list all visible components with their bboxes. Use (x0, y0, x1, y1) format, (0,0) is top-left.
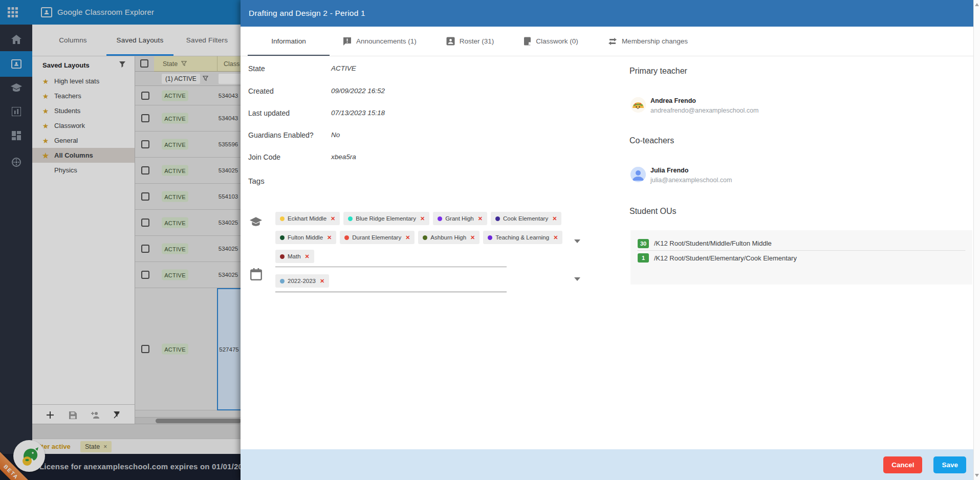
tag-chip: Teaching & Learning ✕ (483, 231, 562, 244)
tag-color-dot (344, 235, 349, 240)
remove-tag-icon[interactable]: ✕ (305, 253, 310, 260)
student-ous-heading: Student OUs (629, 207, 677, 216)
ou-path: /K12 Root/Student/Middle/Fulton Middle (654, 239, 772, 247)
person-icon (446, 37, 455, 46)
student-ou-row: 1 /K12 Root/Student/Elementary/Cook Elem… (638, 251, 965, 265)
announcement-icon (343, 37, 352, 46)
year-tags-icon (250, 268, 262, 280)
school-tags-row-2: Fulton Middle ✕ Durant Elementary ✕ Ashb… (275, 231, 562, 244)
tag-chip: Cook Elementary ✕ (491, 212, 561, 225)
tab-roster[interactable]: Roster (31) (446, 27, 494, 56)
field-value: ACTIVE (331, 64, 356, 72)
tag-chip: Blue Ridge Elementary ✕ (343, 212, 429, 225)
ou-count-badge: 1 (638, 253, 649, 263)
year-tags-row: 2022-2023 ✕ (275, 274, 329, 288)
tag-color-dot (495, 216, 500, 221)
year-tags-dropdown-icon[interactable] (574, 277, 580, 281)
remove-tag-icon[interactable]: ✕ (327, 234, 332, 241)
remove-tag-icon[interactable]: ✕ (405, 234, 410, 241)
scroll-up-icon[interactable] (975, 3, 979, 6)
tag-chip: Durant Elementary ✕ (340, 231, 415, 244)
drawer-header: Drafting and Design 2 - Period 1 (241, 0, 973, 27)
co-teacher-email: julia@anexampleschool.com (650, 177, 732, 184)
tag-color-dot (280, 254, 285, 259)
tab-announcements[interactable]: Announcements (1) (343, 27, 417, 56)
tab-classwork[interactable]: Classwork (0) (524, 27, 578, 56)
field-value: xbea5ra (331, 153, 356, 161)
primary-teacher-avatar (630, 97, 646, 113)
tab-membership-changes[interactable]: Membership changes (608, 27, 688, 56)
classwork-icon (524, 37, 531, 46)
primary-teacher-email: andreafrendo@anexampleschool.com (650, 107, 758, 114)
remove-tag-icon[interactable]: ✕ (470, 234, 475, 241)
field-label: Join Code (248, 153, 280, 161)
tab-information[interactable]: Information (248, 27, 330, 56)
field-value: No (331, 131, 340, 139)
tag-color-dot (423, 235, 427, 240)
co-teacher-name: Julia Frendo (650, 167, 688, 174)
co-teacher-avatar (630, 167, 646, 182)
primary-teacher-heading: Primary teacher (629, 67, 687, 76)
remove-tag-icon[interactable]: ✕ (420, 215, 425, 222)
cancel-button[interactable]: Cancel (883, 456, 922, 473)
ou-count-badge: 30 (638, 239, 649, 248)
field-value: 09/09/2022 16:52 (331, 87, 385, 95)
remove-tag-icon[interactable]: ✕ (552, 215, 557, 222)
field-label: Created (248, 87, 274, 95)
tag-color-dot (280, 235, 285, 240)
remove-tag-icon[interactable]: ✕ (478, 215, 483, 222)
student-ous-panel: 30 /K12 Root/Student/Middle/Fulton Middl… (630, 230, 972, 285)
remove-tag-icon[interactable]: ✕ (320, 278, 324, 285)
drawer-tab-bar: Information Announcements (1) Roster (31… (241, 27, 973, 56)
field-value: 07/13/2023 15:18 (331, 109, 385, 117)
field-label: Last updated (248, 109, 290, 117)
tag-chip: 2022-2023 ✕ (275, 274, 329, 288)
tags-heading: Tags (248, 177, 265, 185)
drawer-footer: Cancel Save (241, 449, 973, 480)
swap-arrows-icon (608, 38, 617, 45)
tag-color-dot (438, 216, 442, 221)
primary-teacher-name: Andrea Frendo (650, 97, 696, 104)
ou-path: /K12 Root/Student/Elementary/Cook Elemen… (654, 254, 797, 262)
tag-chip: Ashburn High ✕ (418, 231, 480, 244)
tag-color-dot (280, 279, 285, 283)
school-tags-icon (250, 217, 262, 227)
save-button[interactable]: Save (933, 456, 966, 473)
student-ou-row: 30 /K12 Root/Student/Middle/Fulton Middl… (638, 236, 965, 251)
class-details-drawer: Drafting and Design 2 - Period 1 Informa… (241, 0, 973, 480)
tag-chip: Math ✕ (275, 250, 314, 263)
tag-color-dot (348, 216, 353, 221)
school-tags-dropdown-icon[interactable] (574, 239, 580, 243)
tag-chip: Eckhart Middle ✕ (275, 212, 340, 225)
field-label: Guardians Enabled? (248, 131, 314, 139)
drawer-title: Drafting and Design 2 - Period 1 (249, 9, 365, 18)
scroll-down-icon[interactable] (975, 474, 979, 477)
school-tags-row-3: Math ✕ (275, 250, 314, 263)
co-teachers-heading: Co-teachers (629, 136, 674, 145)
tag-color-dot (280, 216, 285, 221)
school-tags-row-1: Eckhart Middle ✕ Blue Ridge Elementary ✕… (275, 212, 561, 225)
tag-color-dot (488, 235, 492, 240)
remove-tag-icon[interactable]: ✕ (553, 234, 558, 241)
remove-tag-icon[interactable]: ✕ (331, 215, 335, 222)
tag-chip: Fulton Middle ✕ (275, 231, 336, 244)
page-scrollbar[interactable] (973, 0, 980, 480)
field-label: State (248, 64, 265, 73)
tag-chip: Grant High ✕ (433, 212, 487, 225)
